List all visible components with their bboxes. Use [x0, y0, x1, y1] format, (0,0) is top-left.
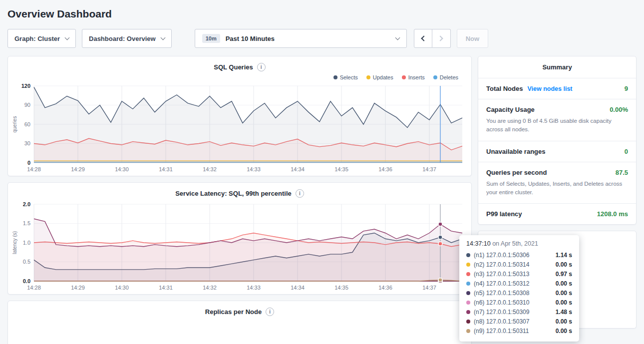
tooltip-row: (n2) 127.0.0.1:503140.00 s [466, 260, 572, 269]
summary-row-top: P99 latency1208.0 ms [486, 210, 628, 218]
tooltip-header: 14:37:10 on Apr 5th, 2021 [466, 240, 572, 247]
graph-selector-dropdown[interactable]: Graph: Cluster [7, 29, 76, 48]
summary-rows: Total NodesView nodes list9Capacity Usag… [478, 78, 636, 224]
replicas-per-node-card: Replicas per Node i [7, 301, 472, 344]
legend-item[interactable]: Deletes [433, 74, 458, 81]
summary-row: Queries per second87.5Sum of Selects, Up… [478, 162, 636, 204]
time-range-badge: 10m [202, 34, 220, 43]
summary-value: 1208.0 ms [597, 210, 628, 218]
svg-text:14:32: 14:32 [203, 285, 217, 291]
tooltip-node-value: 1.48 s [556, 309, 572, 316]
legend-item[interactable]: Updates [366, 74, 393, 81]
tooltip-row: (n7) 127.0.0.1:503091.48 s [466, 307, 572, 317]
tooltip-node-value: 0.97 s [556, 271, 572, 278]
info-icon[interactable]: i [266, 308, 274, 316]
svg-text:30: 30 [24, 140, 30, 146]
service-latency-card-header: Service Latency: SQL, 99th percentile i [8, 183, 471, 199]
series-dot-icon [466, 253, 470, 257]
time-prev-button[interactable] [414, 29, 432, 48]
sql-queries-chart[interactable]: 030609012014:2814:2914:3014:3114:3214:33… [11, 81, 468, 174]
toolbar: Graph: Cluster Dashboard: Overview 10m P… [7, 29, 637, 48]
overview-dashboard-page: Overview Dashboard Graph: Cluster Dashbo… [0, 0, 644, 344]
tooltip-node-value: 0.00 s [556, 280, 572, 287]
svg-text:60: 60 [24, 121, 30, 127]
time-range-picker[interactable]: 10m Past 10 Minutes [195, 29, 407, 48]
summary-row-top: Total NodesView nodes list9 [486, 85, 628, 92]
summary-label-group: P99 latency [486, 210, 522, 218]
summary-row-top: Capacity Usage0.00% [486, 106, 628, 113]
summary-title: Summary [478, 56, 636, 78]
info-icon[interactable]: i [296, 189, 304, 198]
summary-label: Total Nodes [486, 85, 523, 92]
series-dot-icon [466, 291, 470, 295]
summary-label: Queries per second [486, 169, 547, 176]
chart-hover-tooltip: 14:37:10 on Apr 5th, 2021 (n1) 127.0.0.1… [459, 235, 579, 342]
chart-legend: SelectsUpdatesInsertsDeletes [8, 73, 471, 81]
legend-label: Deletes [440, 74, 458, 80]
summary-label-group: Unavailable ranges [486, 148, 546, 155]
tooltip-node-name: (n7) 127.0.0.1:50309 [474, 309, 552, 316]
tooltip-node-name: (n4) 127.0.0.1:50312 [474, 280, 552, 287]
time-next-button[interactable] [432, 29, 451, 48]
tooltip-rows: (n1) 127.0.0.1:503061.14 s(n2) 127.0.0.1… [466, 250, 572, 336]
legend-item[interactable]: Selects [333, 74, 358, 81]
series-dot-icon [466, 282, 470, 286]
tooltip-time: 14:37:10 [466, 240, 491, 247]
summary-row: Capacity Usage0.00%You are using 0 B of … [478, 99, 636, 141]
service-latency-chart[interactable]: 0.00.51.01.52.014:2814:2914:3014:3114:32… [11, 199, 468, 292]
svg-text:14:31: 14:31 [159, 166, 173, 172]
tooltip-date: on Apr 5th, 2021 [492, 240, 538, 247]
time-nav-buttons [414, 29, 451, 48]
tooltip-node-name: (n6) 127.0.0.1:50310 [474, 299, 552, 306]
chart-title: SQL Queries [214, 63, 253, 71]
series-dot-icon [466, 301, 470, 305]
tooltip-row: (n4) 127.0.0.1:503120.00 s [466, 279, 572, 288]
info-icon[interactable]: i [257, 63, 266, 71]
svg-text:14:28: 14:28 [27, 285, 41, 291]
tooltip-node-name: (n3) 127.0.0.1:50313 [474, 271, 552, 278]
tooltip-node-value: 0.00 s [556, 328, 572, 335]
service-latency-card: Service Latency: SQL, 99th percentile i … [7, 182, 472, 295]
legend-dot-icon [366, 75, 370, 79]
legend-label: Updates [373, 74, 393, 80]
svg-text:14:33: 14:33 [247, 285, 261, 291]
tooltip-node-value: 0.00 s [556, 318, 572, 325]
svg-text:120: 120 [21, 83, 30, 89]
summary-row-top: Unavailable ranges0 [486, 148, 628, 155]
svg-text:14:28: 14:28 [27, 166, 41, 172]
chevron-right-icon [438, 35, 443, 41]
view-nodes-link[interactable]: View nodes list [527, 85, 572, 92]
series-dot-icon [466, 272, 470, 276]
summary-value: 87.5 [616, 169, 628, 176]
chevron-left-icon [421, 35, 426, 41]
chevron-down-icon [395, 35, 400, 40]
series-dot-icon [466, 329, 470, 333]
svg-text:14:30: 14:30 [115, 166, 129, 172]
summary-label-group: Capacity Usage [486, 106, 535, 113]
graph-selector-label: Graph: Cluster [14, 35, 60, 42]
legend-dot-icon [402, 75, 406, 79]
legend-item[interactable]: Inserts [402, 74, 425, 81]
svg-text:14:36: 14:36 [378, 166, 392, 172]
summary-description: You are using 0 B of 4.5 GiB usable disk… [486, 117, 628, 134]
summary-label: Capacity Usage [486, 106, 535, 113]
chart-title: Replicas per Node [205, 308, 262, 316]
now-button[interactable]: Now [457, 29, 488, 48]
svg-text:14:31: 14:31 [159, 285, 173, 291]
svg-text:1.0: 1.0 [23, 240, 30, 246]
tooltip-node-name: (n8) 127.0.0.1:50307 [474, 318, 552, 325]
summary-row: Unavailable ranges0 [478, 141, 636, 162]
tooltip-node-name: (n5) 127.0.0.1:50308 [474, 290, 552, 297]
chart-title: Service Latency: SQL, 99th percentile [175, 190, 292, 197]
tooltip-node-value: 1.14 s [556, 252, 572, 259]
legend-label: Selects [340, 74, 358, 80]
tooltip-row: (n9) 127.0.0.1:503110.00 s [466, 326, 572, 336]
legend-dot-icon [433, 75, 437, 79]
svg-text:14:32: 14:32 [203, 166, 217, 172]
series-dot-icon [466, 320, 470, 324]
tooltip-node-name: (n1) 127.0.0.1:50306 [474, 252, 552, 259]
dashboard-selector-dropdown[interactable]: Dashboard: Overview [82, 29, 172, 48]
svg-text:14:29: 14:29 [71, 166, 85, 172]
svg-text:1.5: 1.5 [23, 220, 30, 226]
summary-row-top: Queries per second87.5 [486, 169, 628, 176]
